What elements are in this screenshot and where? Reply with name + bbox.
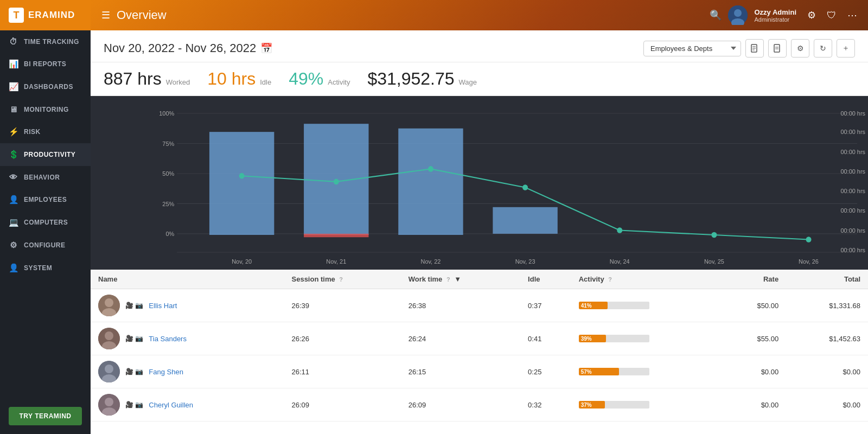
sidebar-item-bi-reports[interactable]: 📊 BI REPORTS	[0, 53, 91, 75]
svg-point-29	[522, 184, 528, 190]
employee-name[interactable]: Cheryl Guillen	[149, 401, 193, 409]
settings-icon[interactable]: ⚙	[807, 9, 816, 21]
svg-rect-24	[398, 129, 463, 235]
activity-bar-fill: 41%	[579, 302, 608, 309]
sidebar-logo[interactable]: T ERAMIND	[0, 0, 91, 30]
try-teramind-button[interactable]: TRY TERAMIND	[9, 407, 82, 425]
employee-name[interactable]: Tia Sanders	[149, 335, 187, 343]
metric-wage: $31,952.75 Wage	[367, 69, 477, 89]
svg-text:0%: 0%	[165, 231, 174, 237]
cell-rate-4: $0.00	[722, 388, 786, 422]
col-work-time: Work time ? ▼	[401, 270, 520, 289]
table-row: 🎥 📷 Ellis Hart 26:39 26:38 0:37 41% $50.…	[91, 289, 868, 322]
refresh-button[interactable]: ↻	[814, 39, 832, 58]
dashboard-icon: 📈	[9, 82, 18, 92]
table-settings-button[interactable]: ⚙	[791, 39, 809, 58]
svg-point-55	[105, 365, 113, 373]
employees-icon: 👤	[9, 195, 18, 205]
svg-text:Nov, 23: Nov, 23	[515, 258, 535, 265]
sidebar-item-monitoring[interactable]: 🖥 MONITORING	[0, 98, 91, 120]
clock-icon: ⏱	[9, 37, 18, 46]
col-name: Name	[91, 270, 284, 289]
sidebar-item-time-tracking[interactable]: ⏱ TIME TRACKING	[0, 30, 91, 53]
cell-idle-2: 0:41	[520, 322, 571, 355]
svg-text:00:00 hrs: 00:00 hrs	[840, 188, 865, 194]
cell-rate-3: $0.00	[722, 355, 786, 388]
cell-session-2: 26:26	[284, 322, 401, 355]
sidebar-item-risk[interactable]: ⚡ RISK	[0, 120, 91, 143]
cell-rate-2: $55.00	[722, 322, 786, 355]
work-time-sort-icon[interactable]: ▼	[454, 275, 461, 283]
sidebar-label-computers: COMPUTERS	[24, 219, 68, 226]
cell-activity-4: 37%	[571, 388, 722, 422]
svg-text:Nov, 22: Nov, 22	[421, 258, 441, 265]
worked-value: 887 hrs	[104, 69, 162, 89]
date-range-text: Nov 20, 2022 - Nov 26, 2022	[104, 41, 256, 55]
cell-name-2: 🎥 📷 Tia Sanders	[91, 322, 284, 355]
search-icon[interactable]: 🔍	[710, 9, 722, 21]
sidebar-item-computers[interactable]: 💻 COMPUTERS	[0, 211, 91, 234]
col-activity: Activity ?	[571, 270, 722, 289]
filter-select[interactable]: Employees & Depts	[643, 41, 741, 56]
logo-text: ERAMIND	[28, 10, 75, 21]
sidebar-item-employees[interactable]: 👤 EMPLOYEES	[0, 188, 91, 211]
sidebar-label-dashboards: DASHBOARDS	[24, 83, 73, 91]
sidebar-label-configure: CONFIGURE	[24, 241, 66, 249]
activity-bar-fill: 57%	[579, 368, 619, 375]
shield-icon[interactable]: 🛡	[827, 10, 837, 21]
cell-name-3: 🎥 📷 Fang Shen	[91, 355, 284, 388]
svg-text:25%: 25%	[162, 200, 174, 207]
sidebar-item-behavior[interactable]: 👁 BEHAVIOR	[0, 166, 91, 188]
export-pdf-button[interactable]	[745, 39, 764, 58]
svg-point-52	[105, 331, 113, 340]
sidebar-label-system: SYSTEM	[24, 264, 52, 272]
chart-container: 100% 75% 50% 25% 0%	[91, 96, 868, 270]
cell-session-3: 26:11	[284, 355, 401, 388]
employee-name[interactable]: Ellis Hart	[149, 302, 177, 310]
more-icon[interactable]: ⋯	[847, 9, 857, 21]
calendar-icon[interactable]: 📅	[260, 42, 272, 54]
cell-work-1: 26:38	[401, 289, 520, 322]
sidebar-label-behavior: BEHAVIOR	[24, 174, 60, 181]
svg-text:Nov, 20: Nov, 20	[232, 258, 252, 265]
svg-point-31	[711, 232, 717, 238]
sidebar-item-dashboards[interactable]: 📈 DASHBOARDS	[0, 75, 91, 98]
cell-name-4: 🎥 📷 Cheryl Guillen	[91, 388, 284, 422]
cell-total-2: $1,452.63	[786, 322, 868, 355]
col-idle: Idle	[520, 270, 571, 289]
svg-rect-25	[493, 207, 557, 234]
activity-label: Activity	[328, 78, 350, 86]
user-role: Administrator	[754, 16, 796, 23]
svg-point-32	[806, 237, 812, 242]
sidebar-item-system[interactable]: 👤 SYSTEM	[0, 257, 91, 279]
employee-name[interactable]: Fang Shen	[149, 368, 183, 376]
session-help-icon: ?	[339, 276, 343, 283]
activity-bar-fill: 37%	[579, 401, 605, 409]
cell-activity-2: 39%	[571, 322, 722, 355]
employee-icons: 🎥 📷	[125, 302, 143, 309]
sidebar-item-configure[interactable]: ⚙ CONFIGURE	[0, 234, 91, 257]
work-help-icon: ?	[446, 276, 450, 283]
wage-value: $31,952.75	[367, 69, 454, 89]
cell-work-2: 26:24	[401, 322, 520, 355]
content-area: Nov 20, 2022 - Nov 26, 2022 📅 Employees …	[91, 30, 868, 434]
svg-text:00:00 hrs: 00:00 hrs	[840, 247, 865, 253]
sidebar: T ERAMIND ⏱ TIME TRACKING 📊 BI REPORTS 📈…	[0, 0, 91, 434]
employee-icons: 🎥 📷	[125, 401, 143, 409]
activity-bar-bg: 57%	[579, 368, 649, 375]
idle-value: 10 hrs	[207, 69, 256, 89]
worked-label: Worked	[166, 78, 190, 86]
svg-point-1	[734, 9, 742, 17]
metric-worked: 887 hrs Worked	[104, 69, 190, 89]
svg-point-58	[105, 398, 113, 406]
idle-label: Idle	[260, 78, 271, 86]
productivity-icon: 💲	[9, 150, 18, 159]
cell-name-1: 🎥 📷 Ellis Hart	[91, 289, 284, 322]
sidebar-item-productivity[interactable]: 💲 PRODUCTIVITY	[0, 143, 91, 166]
add-button[interactable]: ＋	[837, 39, 855, 58]
data-table: Name Session time ? Work time ? ▼ Idle	[91, 270, 868, 434]
system-icon: 👤	[9, 263, 18, 273]
menu-icon[interactable]: ☰	[101, 9, 110, 21]
svg-point-27	[334, 179, 339, 185]
export-csv-button[interactable]	[768, 39, 787, 58]
